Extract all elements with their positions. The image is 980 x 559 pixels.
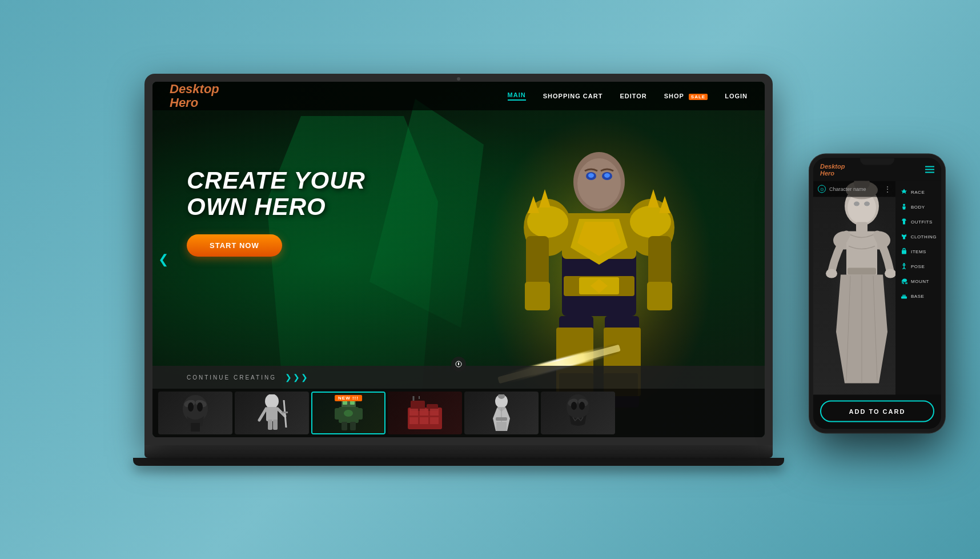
- side-items[interactable]: ITEMS: [895, 245, 941, 258]
- thumbnail-4[interactable]: [388, 392, 462, 434]
- phone-screen: Desktop Hero ⊙ Character name ⋮: [813, 158, 941, 429]
- svg-point-30: [588, 173, 594, 178]
- svg-rect-65: [409, 417, 418, 424]
- svg-point-58: [344, 410, 353, 417]
- thumbnail-strip: NEW !!!: [152, 389, 765, 437]
- logo-line1: Desktop: [170, 82, 219, 96]
- alien-svg-2: [563, 394, 594, 432]
- nav-editor[interactable]: EDITOR: [620, 93, 646, 99]
- thumbnail-2[interactable]: [235, 392, 309, 434]
- items-icon: [900, 247, 908, 255]
- thumbnail-3[interactable]: NEW !!!: [311, 392, 385, 434]
- continue-text: CONTINUE CREATING: [187, 374, 276, 381]
- phone-side-panel: RACE BODY OUTFITS: [895, 181, 941, 395]
- laptop: Desktop Hero MAIN SHOPPING CART EDITOR S…: [144, 74, 773, 485]
- clothing-icon: [900, 233, 908, 241]
- side-mount[interactable]: MOUNT: [895, 275, 941, 288]
- body-label: BODY: [911, 204, 925, 209]
- svg-rect-24: [525, 282, 550, 310]
- laptop-screen: Desktop Hero MAIN SHOPPING CART EDITOR S…: [152, 82, 765, 437]
- laptop-base: [144, 445, 773, 458]
- svg-rect-101: [902, 250, 906, 254]
- side-base[interactable]: BASE: [895, 290, 941, 302]
- phone-logo: Desktop Hero: [820, 163, 845, 177]
- side-outfits[interactable]: OUTFITS: [895, 215, 941, 228]
- svg-rect-46: [268, 420, 272, 430]
- phone-char-icon: ⊙: [818, 185, 826, 193]
- phone-char-name: Character name: [829, 186, 866, 192]
- svg-point-103: [902, 279, 907, 282]
- svg-rect-66: [420, 417, 428, 424]
- items-label: ITEMS: [911, 249, 926, 254]
- nav-main[interactable]: MAIN: [508, 91, 526, 101]
- svg-line-48: [284, 400, 286, 428]
- hero-title-line2: OWN HERO: [187, 194, 366, 220]
- svg-point-36: [183, 395, 208, 422]
- svg-rect-62: [409, 409, 418, 416]
- phone-char-menu-dots[interactable]: ⋮: [884, 185, 891, 193]
- svg-point-80: [571, 402, 577, 410]
- nav-links: MAIN SHOPPING CART EDITOR SHOP SALE LOGI…: [508, 91, 748, 101]
- svg-point-27: [577, 158, 621, 209]
- logo: Desktop Hero: [170, 82, 219, 110]
- thumbnail-5[interactable]: [464, 392, 539, 434]
- pose-label: POSE: [911, 263, 925, 269]
- svg-point-40: [197, 402, 203, 412]
- svg-rect-43: [266, 407, 278, 421]
- race-label: RACE: [911, 189, 925, 194]
- clothing-label: CLOTHING: [911, 234, 937, 239]
- scroll-indicator[interactable]: [451, 357, 466, 372]
- add-to-card-button[interactable]: ADD TO CARD: [820, 401, 934, 422]
- svg-point-81: [579, 402, 585, 410]
- start-now-button[interactable]: START NOW: [187, 234, 282, 257]
- svg-rect-49: [282, 412, 288, 413]
- continue-arrows: ❯❯❯: [285, 373, 309, 382]
- scene: Desktop Hero MAIN SHOPPING CART EDITOR S…: [0, 0, 980, 559]
- mount-label: MOUNT: [911, 278, 929, 284]
- hero-title-line1: CREATE YOUR: [187, 167, 366, 194]
- side-clothing[interactable]: CLOTHING: [895, 230, 941, 243]
- side-race[interactable]: RACE: [895, 186, 941, 198]
- warrior-f-svg: [256, 394, 288, 432]
- nav-shop[interactable]: SHOP SALE: [664, 93, 708, 99]
- svg-rect-55: [350, 422, 356, 430]
- svg-point-102: [903, 263, 905, 265]
- sale-badge: SALE: [689, 94, 708, 100]
- side-pose[interactable]: POSE: [895, 260, 941, 273]
- new-badge: NEW !!!: [335, 395, 362, 401]
- svg-rect-64: [430, 409, 439, 416]
- race-icon: [900, 188, 908, 196]
- base-icon: [900, 292, 908, 300]
- hero-text: CREATE YOUR OWN HERO START NOW: [187, 167, 366, 257]
- phone-notch: [860, 158, 894, 165]
- svg-rect-47: [273, 420, 278, 430]
- svg-rect-63: [420, 409, 428, 416]
- svg-point-100: [903, 204, 905, 206]
- navbar: Desktop Hero MAIN SHOPPING CART EDITOR S…: [152, 82, 765, 110]
- svg-point-31: [604, 173, 610, 178]
- svg-point-42: [265, 394, 279, 409]
- svg-rect-53: [357, 408, 363, 420]
- screen-content: Desktop Hero MAIN SHOPPING CART EDITOR S…: [152, 82, 765, 437]
- svg-rect-52: [335, 408, 340, 420]
- side-body[interactable]: BODY: [895, 201, 941, 213]
- left-arrow[interactable]: ❮: [158, 252, 168, 267]
- outfits-label: OUTFITS: [911, 219, 933, 224]
- nav-cart[interactable]: SHOPPING CART: [543, 93, 603, 99]
- camera-dot: [457, 77, 460, 81]
- svg-rect-76: [496, 417, 507, 421]
- mount-icon: [900, 277, 908, 285]
- svg-point-98: [826, 269, 837, 278]
- samurai-svg: [487, 394, 516, 432]
- body-icon: [900, 203, 908, 211]
- phone-body: Desktop Hero ⊙ Character name ⋮: [809, 154, 946, 434]
- thumbnail-1[interactable]: [158, 392, 232, 434]
- phone-menu-icon[interactable]: [925, 166, 934, 173]
- thumbnail-6[interactable]: [541, 392, 615, 434]
- phone-character-svg: [819, 181, 895, 395]
- svg-line-44: [259, 409, 266, 420]
- svg-point-86: [864, 202, 870, 206]
- nav-login[interactable]: LOGIN: [725, 93, 748, 99]
- svg-rect-35: [458, 362, 459, 365]
- logo-line2: Hero: [170, 96, 219, 110]
